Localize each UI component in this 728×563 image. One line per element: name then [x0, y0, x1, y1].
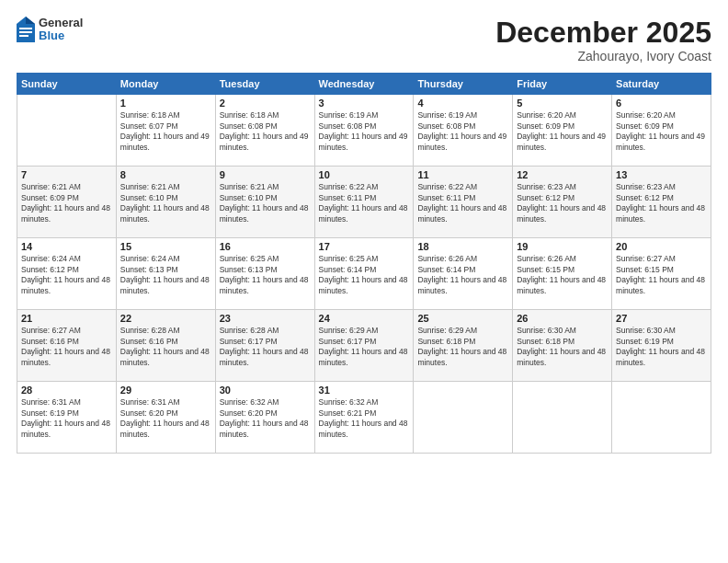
calendar-cell: 17Sunrise: 6:25 AM Sunset: 6:14 PM Dayli…	[314, 238, 414, 310]
calendar-header-row: SundayMondayTuesdayWednesdayThursdayFrid…	[17, 74, 711, 95]
calendar-week-1: 7Sunrise: 6:21 AM Sunset: 6:09 PM Daylig…	[17, 167, 711, 238]
day-info: Sunrise: 6:27 AM Sunset: 6:15 PM Dayligh…	[616, 254, 707, 296]
day-number: 14	[21, 241, 112, 252]
day-number: 6	[616, 98, 707, 109]
calendar-cell: 5Sunrise: 6:20 AM Sunset: 6:09 PM Daylig…	[513, 95, 612, 167]
day-info: Sunrise: 6:25 AM Sunset: 6:13 PM Dayligh…	[220, 254, 311, 296]
calendar-cell: 14Sunrise: 6:24 AM Sunset: 6:12 PM Dayli…	[17, 238, 117, 310]
day-info: Sunrise: 6:27 AM Sunset: 6:16 PM Dayligh…	[21, 326, 112, 368]
calendar-cell: 2Sunrise: 6:18 AM Sunset: 6:08 PM Daylig…	[215, 95, 314, 167]
calendar-cell	[513, 382, 612, 454]
logo-blue-text: Blue	[39, 29, 83, 42]
calendar-cell: 28Sunrise: 6:31 AM Sunset: 6:19 PM Dayli…	[17, 382, 117, 454]
calendar-header-tuesday: Tuesday	[215, 74, 314, 95]
day-number: 4	[417, 98, 508, 109]
day-info: Sunrise: 6:23 AM Sunset: 6:12 PM Dayligh…	[517, 182, 608, 224]
calendar-cell: 8Sunrise: 6:21 AM Sunset: 6:10 PM Daylig…	[116, 167, 215, 238]
day-number: 13	[616, 169, 707, 180]
calendar-cell: 13Sunrise: 6:23 AM Sunset: 6:12 PM Dayli…	[612, 167, 711, 238]
day-info: Sunrise: 6:21 AM Sunset: 6:09 PM Dayligh…	[21, 182, 112, 224]
day-info: Sunrise: 6:32 AM Sunset: 6:20 PM Dayligh…	[220, 397, 311, 440]
day-number: 26	[517, 313, 608, 324]
calendar-week-4: 28Sunrise: 6:31 AM Sunset: 6:19 PM Dayli…	[17, 382, 711, 454]
calendar-cell	[612, 382, 711, 454]
day-number: 12	[517, 169, 608, 180]
day-number: 25	[417, 313, 508, 324]
calendar-cell: 24Sunrise: 6:29 AM Sunset: 6:17 PM Dayli…	[314, 310, 414, 382]
day-number: 23	[220, 313, 311, 324]
month-title: December 2025	[495, 17, 711, 49]
day-number: 20	[616, 241, 707, 252]
day-info: Sunrise: 6:23 AM Sunset: 6:12 PM Dayligh…	[616, 182, 707, 224]
calendar-cell: 27Sunrise: 6:30 AM Sunset: 6:19 PM Dayli…	[612, 310, 711, 382]
day-number: 27	[616, 313, 707, 324]
day-info: Sunrise: 6:18 AM Sunset: 6:07 PM Dayligh…	[120, 110, 211, 153]
day-number: 9	[220, 169, 311, 180]
calendar-cell: 9Sunrise: 6:21 AM Sunset: 6:10 PM Daylig…	[215, 167, 314, 238]
day-info: Sunrise: 6:20 AM Sunset: 6:09 PM Dayligh…	[517, 110, 608, 153]
day-info: Sunrise: 6:32 AM Sunset: 6:21 PM Dayligh…	[319, 397, 410, 440]
location: Zahourayo, Ivory Coast	[495, 49, 711, 63]
day-number: 11	[417, 169, 508, 180]
day-number: 19	[517, 241, 608, 252]
calendar-cell: 4Sunrise: 6:19 AM Sunset: 6:08 PM Daylig…	[414, 95, 513, 167]
calendar-cell	[17, 95, 117, 167]
calendar-header-thursday: Thursday	[414, 74, 513, 95]
day-info: Sunrise: 6:26 AM Sunset: 6:15 PM Dayligh…	[517, 254, 608, 296]
day-number: 1	[120, 98, 211, 109]
day-number: 16	[220, 241, 311, 252]
day-number: 10	[319, 169, 410, 180]
day-number: 22	[120, 313, 211, 324]
day-number: 18	[417, 241, 508, 252]
day-number: 3	[319, 98, 410, 109]
day-number: 28	[21, 385, 112, 396]
day-info: Sunrise: 6:24 AM Sunset: 6:13 PM Dayligh…	[120, 254, 211, 296]
calendar-cell: 21Sunrise: 6:27 AM Sunset: 6:16 PM Dayli…	[17, 310, 117, 382]
day-info: Sunrise: 6:20 AM Sunset: 6:09 PM Dayligh…	[616, 110, 707, 153]
page: General Blue December 2025 Zahourayo, Iv…	[0, 0, 728, 563]
calendar-cell: 15Sunrise: 6:24 AM Sunset: 6:13 PM Dayli…	[116, 238, 215, 310]
day-info: Sunrise: 6:25 AM Sunset: 6:14 PM Dayligh…	[319, 254, 410, 296]
header: General Blue December 2025 Zahourayo, Iv…	[17, 17, 711, 63]
day-info: Sunrise: 6:29 AM Sunset: 6:17 PM Dayligh…	[319, 326, 410, 368]
day-number: 21	[21, 313, 112, 324]
calendar-cell: 1Sunrise: 6:18 AM Sunset: 6:07 PM Daylig…	[116, 95, 215, 167]
calendar-header-sunday: Sunday	[17, 74, 117, 95]
day-info: Sunrise: 6:30 AM Sunset: 6:18 PM Dayligh…	[517, 326, 608, 368]
day-info: Sunrise: 6:26 AM Sunset: 6:14 PM Dayligh…	[417, 254, 508, 296]
day-info: Sunrise: 6:22 AM Sunset: 6:11 PM Dayligh…	[319, 182, 410, 224]
day-info: Sunrise: 6:22 AM Sunset: 6:11 PM Dayligh…	[417, 182, 508, 224]
day-number: 30	[220, 385, 311, 396]
title-block: December 2025 Zahourayo, Ivory Coast	[495, 17, 711, 63]
day-number: 31	[319, 385, 410, 396]
day-info: Sunrise: 6:28 AM Sunset: 6:17 PM Dayligh…	[220, 326, 311, 368]
calendar-cell: 10Sunrise: 6:22 AM Sunset: 6:11 PM Dayli…	[314, 167, 414, 238]
calendar-cell: 11Sunrise: 6:22 AM Sunset: 6:11 PM Dayli…	[414, 167, 513, 238]
calendar-cell: 16Sunrise: 6:25 AM Sunset: 6:13 PM Dayli…	[215, 238, 314, 310]
calendar-cell: 6Sunrise: 6:20 AM Sunset: 6:09 PM Daylig…	[612, 95, 711, 167]
calendar-cell: 31Sunrise: 6:32 AM Sunset: 6:21 PM Dayli…	[314, 382, 414, 454]
calendar-cell: 18Sunrise: 6:26 AM Sunset: 6:14 PM Dayli…	[414, 238, 513, 310]
calendar-cell: 26Sunrise: 6:30 AM Sunset: 6:18 PM Dayli…	[513, 310, 612, 382]
calendar-cell: 3Sunrise: 6:19 AM Sunset: 6:08 PM Daylig…	[314, 95, 414, 167]
day-info: Sunrise: 6:30 AM Sunset: 6:19 PM Dayligh…	[616, 326, 707, 368]
calendar-cell: 7Sunrise: 6:21 AM Sunset: 6:09 PM Daylig…	[17, 167, 117, 238]
calendar-cell	[414, 382, 513, 454]
calendar-week-2: 14Sunrise: 6:24 AM Sunset: 6:12 PM Dayli…	[17, 238, 711, 310]
calendar-cell: 12Sunrise: 6:23 AM Sunset: 6:12 PM Dayli…	[513, 167, 612, 238]
day-number: 8	[120, 169, 211, 180]
logo: General Blue	[17, 17, 83, 43]
calendar-cell: 25Sunrise: 6:29 AM Sunset: 6:18 PM Dayli…	[414, 310, 513, 382]
day-info: Sunrise: 6:18 AM Sunset: 6:08 PM Dayligh…	[220, 110, 311, 153]
day-info: Sunrise: 6:19 AM Sunset: 6:08 PM Dayligh…	[319, 110, 410, 153]
day-info: Sunrise: 6:31 AM Sunset: 6:20 PM Dayligh…	[120, 397, 211, 440]
day-number: 24	[319, 313, 410, 324]
svg-rect-4	[19, 35, 28, 37]
calendar-cell: 30Sunrise: 6:32 AM Sunset: 6:20 PM Dayli…	[215, 382, 314, 454]
svg-marker-1	[26, 17, 35, 24]
day-info: Sunrise: 6:21 AM Sunset: 6:10 PM Dayligh…	[220, 182, 311, 224]
day-info: Sunrise: 6:29 AM Sunset: 6:18 PM Dayligh…	[417, 326, 508, 368]
day-info: Sunrise: 6:31 AM Sunset: 6:19 PM Dayligh…	[21, 397, 112, 440]
day-info: Sunrise: 6:19 AM Sunset: 6:08 PM Dayligh…	[417, 110, 508, 153]
svg-rect-2	[19, 28, 32, 29]
